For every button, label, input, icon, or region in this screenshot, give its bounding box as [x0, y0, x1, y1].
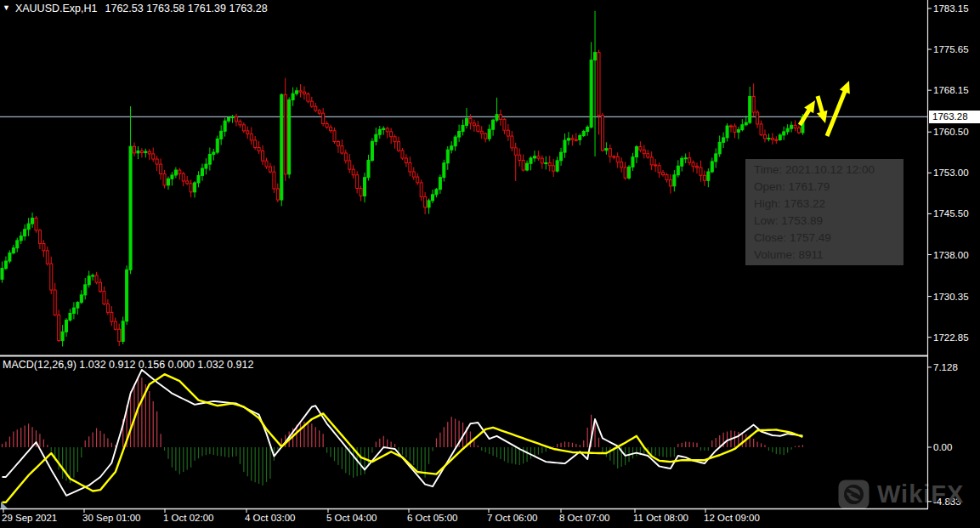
tooltip-low: Low: 1753.89	[754, 213, 904, 230]
symbol-label: XAUUSD.Exp,H1	[15, 3, 98, 14]
candle-tooltip: Time: 2021.10.12 12:00 Open: 1761.79 Hig…	[745, 159, 904, 265]
tooltip-volume: Volume: 8911	[754, 247, 904, 264]
tooltip-high: High: 1763.22	[754, 196, 904, 213]
current-price-tag: 1763.28	[929, 111, 980, 123]
tooltip-close: Close: 1757.49	[754, 230, 904, 247]
macd-indicator-label: MACD(12,26,9) 1.032 0.912 0.156 0.000 1.…	[3, 359, 253, 371]
tooltip-time: Time: 2021.10.12 12:00	[754, 162, 904, 179]
tooltip-open: Open: 1761.79	[754, 179, 904, 196]
symbol-dropdown-icon[interactable]: ▼	[3, 3, 10, 12]
trading-chart-window: WikiFX ▼XAUUSD.Exp,H11762.53 1763.58 176…	[0, 0, 980, 528]
header-ohlc-values: 1762.53 1763.58 1761.39 1763.28	[105, 3, 267, 14]
chart-title: ▼XAUUSD.Exp,H11762.53 1763.58 1761.39 17…	[3, 3, 268, 14]
